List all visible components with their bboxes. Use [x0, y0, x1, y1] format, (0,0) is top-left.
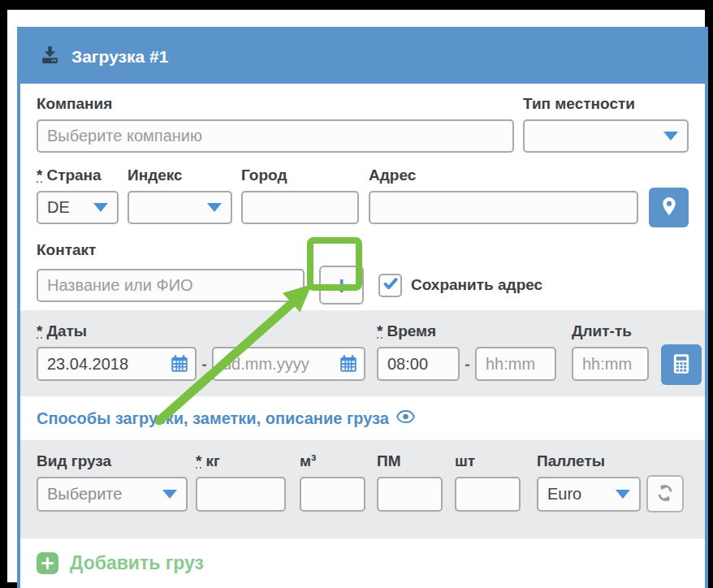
weight-input[interactable]	[196, 477, 286, 512]
eye-icon	[389, 409, 416, 429]
time-to-input[interactable]	[475, 347, 556, 381]
company-input[interactable]	[37, 119, 514, 153]
required-mark: *	[196, 455, 201, 469]
loading-meters-label: ПМ	[377, 452, 443, 471]
time-range-separator: -	[460, 355, 475, 374]
contact-input[interactable]	[37, 269, 305, 302]
download-icon	[38, 44, 62, 71]
city-field-group: Город	[241, 166, 359, 224]
locality-type-select[interactable]	[523, 119, 689, 153]
required-mark: *	[37, 325, 42, 339]
page-background: Загрузка #1 Компания Тип местности	[7, 10, 705, 582]
address-section: Компания Тип местности *Страна DE	[20, 84, 705, 310]
add-cargo-section: Добавить груз	[20, 538, 705, 588]
pieces-label: шт	[455, 452, 521, 471]
check-icon	[382, 275, 400, 296]
pallets-field-group: Паллеты Euro	[537, 452, 641, 512]
country-label: *Страна	[37, 166, 119, 185]
loading-details-link[interactable]: Способы загрузки, заметки, описание груз…	[37, 409, 416, 429]
cargo-type-label: Вид груза	[37, 452, 188, 471]
volume-field-group: м³	[300, 452, 365, 512]
address-input[interactable]	[369, 191, 638, 224]
pallets-label: Паллеты	[537, 452, 641, 471]
chevron-down-icon	[93, 203, 108, 212]
pieces-input[interactable]	[455, 477, 521, 512]
add-contact-button[interactable]: +	[319, 266, 364, 305]
contact-field-group: Контакт + Сохра	[37, 240, 542, 305]
save-address-checkbox[interactable]	[378, 274, 402, 297]
postcode-select[interactable]	[127, 191, 232, 224]
address-label: Адрес	[369, 166, 638, 185]
required-mark: *	[37, 169, 42, 183]
map-pin-button[interactable]	[649, 188, 689, 227]
add-plus-icon	[37, 552, 58, 574]
weight-label: *кг	[196, 452, 286, 471]
volume-input[interactable]	[300, 477, 365, 512]
city-input[interactable]	[241, 191, 359, 224]
details-section: Способы загрузки, заметки, описание груз…	[20, 396, 705, 440]
country-select[interactable]: DE	[37, 191, 119, 224]
weight-field-group: *кг	[196, 452, 286, 512]
chevron-down-icon	[663, 132, 678, 141]
loading-card: Загрузка #1 Компания Тип местности	[17, 27, 708, 588]
dates-section: *Даты	[20, 310, 705, 396]
postcode-field-group: Индекс	[127, 166, 232, 224]
dates-field-group: *Даты	[37, 322, 365, 381]
company-field-group: Компания	[37, 94, 514, 153]
dates-label: *Даты	[37, 322, 365, 341]
cargo-type-field-group: Вид груза Выберите	[37, 452, 188, 512]
card-header: Загрузка #1	[20, 30, 705, 84]
pallets-select[interactable]: Euro	[537, 477, 641, 512]
cargo-section: Вид груза Выберите *кг м³ ПМ	[20, 440, 705, 538]
duration-field-group: Длит-ть	[572, 322, 649, 381]
chevron-down-icon	[207, 203, 222, 212]
company-label: Компания	[37, 94, 514, 114]
location-pin-icon	[659, 196, 680, 219]
locality-type-label: Тип местности	[523, 94, 689, 114]
plus-icon: +	[334, 273, 348, 298]
loading-meters-field-group: ПМ	[377, 452, 443, 512]
postcode-label: Индекс	[127, 166, 232, 185]
time-from-input[interactable]	[377, 347, 460, 381]
refresh-icon	[655, 482, 676, 506]
required-mark: *	[377, 325, 382, 339]
pieces-field-group: шт	[455, 452, 521, 512]
loading-meters-input[interactable]	[377, 477, 443, 512]
save-address-label: Сохранить адрес	[411, 276, 542, 294]
add-cargo-button[interactable]: Добавить груз	[37, 552, 204, 574]
country-field-group: *Страна DE	[37, 166, 119, 224]
card-title: Загрузка #1	[71, 47, 168, 67]
time-label: *Время	[377, 322, 556, 341]
city-label: Город	[241, 166, 359, 185]
contact-label: Контакт	[37, 240, 542, 260]
address-field-group: Адрес	[369, 166, 638, 224]
volume-label: м³	[300, 452, 365, 471]
chevron-down-icon	[616, 490, 630, 499]
time-calculator-button[interactable]	[661, 344, 702, 385]
date-range-separator: -	[197, 355, 212, 374]
time-field-group: *Время -	[377, 322, 556, 381]
calculator-icon	[670, 352, 693, 378]
chevron-down-icon	[162, 490, 177, 499]
locality-type-field-group: Тип местности	[523, 94, 689, 153]
pallets-refresh-button[interactable]	[646, 475, 684, 512]
duration-input[interactable]	[572, 347, 649, 381]
duration-label: Длит-ть	[572, 322, 649, 341]
cargo-type-select[interactable]: Выберите	[37, 477, 188, 512]
